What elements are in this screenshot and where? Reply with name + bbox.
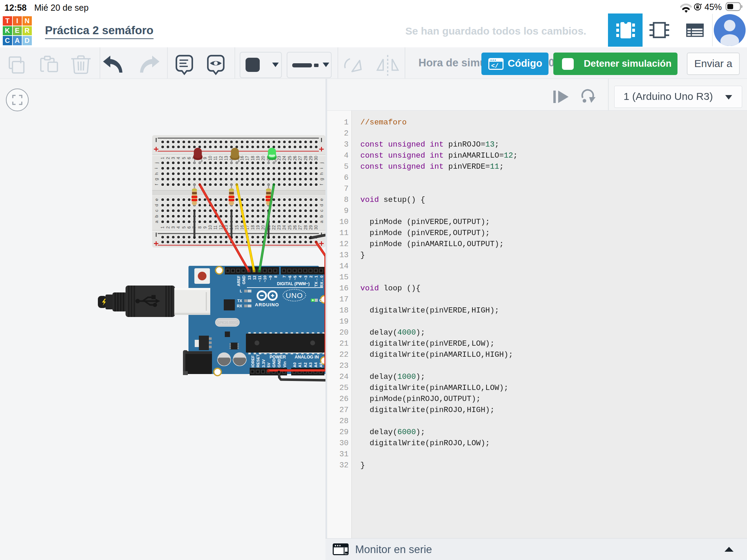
svg-text:13: 13 [224, 156, 229, 161]
svg-text:1: 1 [160, 226, 165, 228]
svg-text:13: 13 [247, 276, 251, 280]
svg-text:DIGITAL (PWM~): DIGITAL (PWM~) [277, 281, 310, 286]
svg-text:TX: TX [237, 299, 242, 303]
svg-text:A2: A2 [303, 362, 307, 367]
svg-text:18: 18 [250, 156, 255, 161]
svg-text:19: 19 [256, 156, 260, 161]
svg-text:i: i [154, 168, 159, 169]
svg-text:25: 25 [287, 225, 292, 230]
svg-text:a: a [154, 220, 159, 223]
svg-text:~10: ~10 [263, 276, 267, 282]
svg-text:27: 27 [298, 156, 303, 161]
svg-text:7: 7 [282, 276, 286, 278]
svg-text:9: 9 [203, 157, 208, 159]
svg-text:12: 12 [252, 276, 257, 280]
svg-text:4: 4 [176, 226, 181, 228]
svg-text:A5: A5 [319, 362, 323, 367]
svg-text:RX: RX [237, 304, 242, 308]
svg-text:~9: ~9 [268, 276, 273, 280]
svg-text:GND: GND [272, 358, 276, 367]
svg-text:26: 26 [293, 225, 297, 230]
svg-text:8: 8 [197, 226, 202, 228]
svg-text:23: 23 [277, 225, 282, 230]
svg-text:8: 8 [274, 275, 278, 278]
svg-text:e: e [154, 198, 159, 201]
svg-text:2: 2 [309, 276, 313, 278]
svg-text:27: 27 [298, 225, 303, 230]
svg-text:10: 10 [208, 156, 213, 161]
svg-text:j: j [319, 162, 324, 164]
svg-text:16: 16 [240, 225, 245, 230]
svg-text:5: 5 [182, 157, 186, 159]
svg-text:c: c [154, 209, 159, 212]
svg-text:5: 5 [182, 226, 186, 228]
svg-text:30: 30 [314, 225, 319, 230]
svg-text:b: b [154, 215, 159, 217]
svg-text:30: 30 [314, 156, 319, 161]
svg-text:29: 29 [308, 225, 313, 230]
svg-text:6: 6 [187, 226, 192, 228]
svg-text:4: 4 [298, 275, 302, 278]
svg-text:11: 11 [213, 156, 218, 160]
svg-text:d: d [319, 204, 324, 206]
svg-text:A0: A0 [293, 362, 297, 367]
svg-text:3.3V: 3.3V [261, 359, 266, 367]
svg-text:ARDUINO: ARDUINO [255, 302, 279, 307]
svg-text:ANALOG IN: ANALOG IN [295, 355, 319, 360]
svg-text:29: 29 [308, 156, 313, 161]
svg-text:28: 28 [303, 156, 308, 161]
svg-text:A4: A4 [314, 362, 318, 367]
svg-text:SPK16.000G: SPK16.000G [217, 321, 238, 325]
svg-text:26: 26 [293, 156, 297, 161]
svg-text:A1: A1 [298, 362, 302, 367]
svg-text:g: g [154, 178, 159, 180]
svg-text:22: 22 [271, 225, 276, 230]
svg-text:6: 6 [187, 157, 192, 159]
svg-text:h: h [319, 172, 324, 175]
svg-text:g: g [319, 178, 324, 180]
svg-text:Vin: Vin [283, 361, 287, 367]
svg-text:45%: 45% [704, 2, 722, 12]
svg-text:RESET: RESET [256, 354, 260, 367]
svg-text:28: 28 [303, 225, 308, 230]
svg-text:GND: GND [242, 276, 246, 284]
svg-text:A3: A3 [308, 362, 313, 367]
svg-text:h: h [154, 172, 159, 175]
svg-text:4: 4 [176, 157, 181, 159]
svg-text:RX←0: RX←0 [320, 276, 324, 287]
svg-text:2: 2 [166, 226, 170, 228]
svg-text:IOREF: IOREF [251, 355, 255, 367]
svg-text:j: j [154, 162, 159, 164]
svg-text:L: L [240, 289, 242, 293]
svg-text:e: e [319, 198, 324, 201]
svg-text:10: 10 [208, 225, 213, 230]
svg-text:20: 20 [261, 156, 266, 161]
svg-text:a: a [319, 220, 324, 223]
svg-text:f: f [319, 184, 324, 185]
svg-text:b: b [319, 215, 324, 217]
svg-text:11: 11 [213, 225, 218, 230]
svg-text:24: 24 [282, 225, 287, 230]
svg-text:~5: ~5 [293, 275, 297, 280]
svg-text:3: 3 [171, 226, 176, 228]
svg-text:c: c [319, 209, 324, 212]
svg-text:~6: ~6 [288, 276, 292, 280]
svg-text:UNO: UNO [286, 291, 303, 299]
svg-text:f: f [154, 184, 159, 185]
svg-text:</: </ [491, 63, 499, 69]
svg-text:17: 17 [245, 156, 250, 161]
svg-text:18: 18 [250, 225, 255, 230]
svg-text:i: i [319, 168, 324, 169]
svg-text:GND: GND [277, 358, 281, 367]
svg-text:1: 1 [160, 157, 165, 159]
svg-text:5V: 5V [267, 363, 271, 367]
svg-text:15: 15 [234, 225, 239, 230]
svg-text:~11: ~11 [258, 275, 262, 282]
svg-text:20: 20 [261, 225, 266, 230]
svg-text:23: 23 [277, 156, 282, 161]
svg-text:3: 3 [171, 157, 176, 159]
svg-text:~3: ~3 [304, 276, 308, 280]
svg-text:12: 12 [219, 156, 223, 161]
svg-text:2: 2 [166, 157, 170, 159]
svg-text:9: 9 [203, 226, 208, 228]
